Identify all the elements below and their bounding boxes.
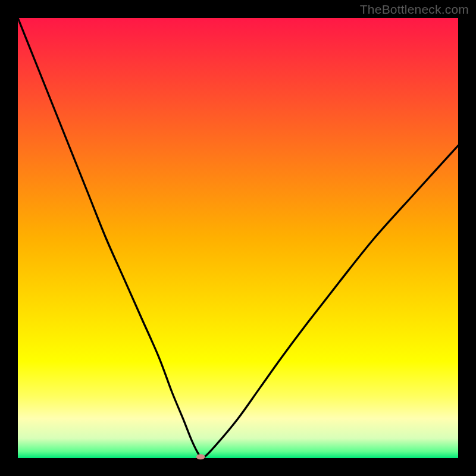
bottleneck-curve [18, 18, 458, 459]
optimum-marker [196, 454, 205, 459]
chart-frame: TheBottleneck.com [0, 0, 476, 476]
plot-area [18, 18, 458, 458]
curve-layer [18, 18, 458, 458]
watermark-text: TheBottleneck.com [360, 2, 469, 17]
